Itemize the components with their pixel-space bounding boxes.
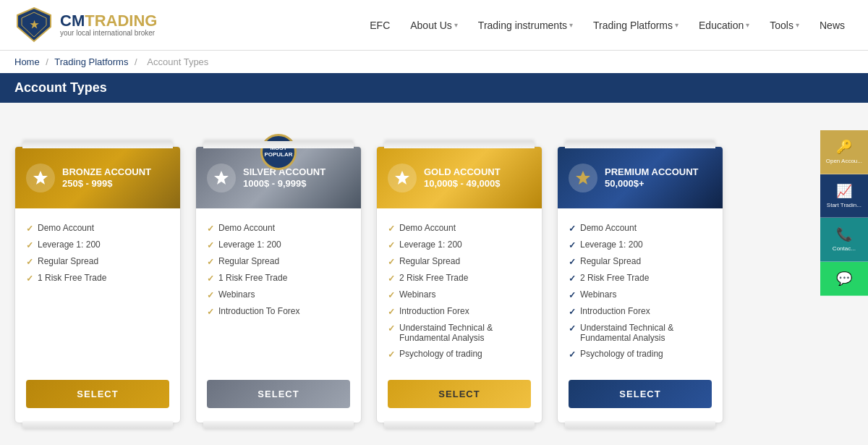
gold-feature-5: ✓ Webinars (388, 289, 531, 300)
nav-platforms[interactable]: Trading Platforms▾ (584, 14, 687, 37)
gold-header-text: GOLD ACCOUNT 10,000$ - 49,000$ (424, 166, 531, 189)
gold-card: GOLD ACCOUNT 10,000$ - 49,000$ ✓ Demo Ac… (376, 146, 542, 423)
site-header: ★ CMTRADING your local international bro… (0, 0, 868, 51)
premium-feature-6: ✓ Introduction Forex (569, 306, 712, 317)
nav-instruments[interactable]: Trading instruments▾ (469, 14, 582, 37)
premium-icon (569, 164, 597, 192)
gold-icon (388, 164, 417, 192)
silver-select-button[interactable]: SELECT (207, 380, 350, 408)
svg-marker-4 (214, 171, 229, 185)
gold-feature-4: ✓ 2 Risk Free Trade (388, 273, 531, 284)
silver-feature-3: ✓ Regular Spread (207, 256, 350, 267)
card-scroll-bottom-gold (384, 421, 535, 428)
breadcrumb-current: Account Types (147, 56, 208, 67)
bronze-card: BRONZE ACCOUNT 250$ - 999$ ✓ Demo Accoun… (14, 146, 181, 423)
card-scroll-top-bronze (22, 141, 173, 148)
bronze-feature-4: ✓ 1 Risk Free Trade (26, 273, 169, 284)
bronze-feature-2: ✓ Leverage 1: 200 (26, 240, 169, 250)
nav-education[interactable]: Education▾ (690, 14, 758, 37)
most-popular-badge: MOSTPOPULAR (260, 134, 297, 170)
sidebar-actions: 🔑 Open Accou... 📈 Start Tradin... 📞 Cont… (820, 130, 868, 296)
silver-features: ✓ Demo Account ✓ Leverage 1: 200 ✓ Regul… (196, 208, 361, 380)
silver-header-text: SILVER ACCOUNT 1000$ - 9,999$ (243, 166, 350, 189)
gold-features: ✓ Demo Account ✓ Leverage 1: 200 ✓ Regul… (377, 208, 542, 380)
nav-tools[interactable]: Tools▾ (761, 14, 808, 37)
card-scroll-bottom-bronze (22, 421, 173, 428)
premium-card-header: PREMIUM ACCOUNT 50,000$+ (558, 147, 723, 208)
premium-feature-2: ✓ Leverage 1: 200 (569, 240, 712, 250)
premium-feature-1: ✓ Demo Account (569, 223, 712, 234)
silver-icon (207, 164, 236, 192)
premium-feature-4: ✓ 2 Risk Free Trade (569, 273, 712, 284)
chart-icon: 📈 (836, 183, 852, 199)
premium-select-button[interactable]: SELECT (569, 380, 712, 408)
bronze-feature-3: ✓ Regular Spread (26, 256, 169, 267)
bronze-features: ✓ Demo Account ✓ Leverage 1: 200 ✓ Regul… (15, 208, 180, 380)
logo-icon: ★ (14, 5, 54, 45)
bronze-icon (26, 164, 55, 192)
gold-feature-1: ✓ Demo Account (388, 223, 531, 234)
silver-feature-1: ✓ Demo Account (207, 223, 350, 234)
silver-feature-6: ✓ Introduction To Forex (207, 306, 350, 317)
whatsapp-button[interactable]: 💬 (820, 262, 868, 296)
gold-feature-6: ✓ Introduction Forex (388, 306, 531, 317)
premium-feature-3: ✓ Regular Spread (569, 256, 712, 267)
svg-marker-5 (395, 171, 409, 185)
premium-feature-5: ✓ Webinars (569, 289, 712, 300)
gold-feature-3: ✓ Regular Spread (388, 256, 531, 267)
premium-card: PREMIUM ACCOUNT 50,000$+ ✓ Demo Account … (557, 146, 723, 423)
open-account-button[interactable]: 🔑 Open Accou... (820, 130, 868, 174)
svg-marker-6 (576, 171, 590, 185)
whatsapp-icon: 💬 (836, 271, 852, 287)
nav-about[interactable]: About Us▾ (401, 14, 467, 37)
premium-header-text: PREMIUM ACCOUNT 50,000$+ (605, 166, 712, 189)
key-icon: 🔑 (836, 139, 852, 155)
silver-card: MOSTPOPULAR SILVER ACCOUNT 1000$ - 9,999… (195, 146, 362, 423)
bronze-header-text: BRONZE ACCOUNT 250$ - 999$ (62, 166, 169, 189)
silver-feature-4: ✓ 1 Risk Free Trade (207, 273, 350, 284)
phone-icon: 📞 (836, 226, 852, 242)
nav-news[interactable]: News (811, 14, 854, 37)
silver-feature-5: ✓ Webinars (207, 289, 350, 300)
premium-feature-8: ✓ Psychology of trading (569, 349, 712, 360)
contact-button[interactable]: 📞 Contac... (820, 218, 868, 262)
gold-feature-2: ✓ Leverage 1: 200 (388, 240, 531, 250)
bronze-feature-1: ✓ Demo Account (26, 223, 169, 234)
page-title: Account Types (14, 80, 107, 95)
page-title-bar: Account Types (0, 73, 868, 103)
start-trading-button[interactable]: 📈 Start Tradin... (820, 174, 868, 219)
svg-text:★: ★ (30, 19, 39, 30)
bronze-select-button[interactable]: SELECT (26, 380, 169, 408)
breadcrumb-platforms[interactable]: Trading Platforms (54, 56, 128, 67)
card-scroll-top-silver (203, 141, 354, 148)
card-scroll-bottom-premium (565, 421, 715, 428)
bronze-card-header: BRONZE ACCOUNT 250$ - 999$ (15, 147, 180, 208)
gold-select-button[interactable]: SELECT (388, 380, 531, 408)
premium-features: ✓ Demo Account ✓ Leverage 1: 200 ✓ Regul… (558, 208, 723, 380)
silver-feature-2: ✓ Leverage 1: 200 (207, 240, 350, 250)
gold-card-header: GOLD ACCOUNT 10,000$ - 49,000$ (377, 147, 542, 208)
premium-feature-7: ✓ Understaind Technical & Fundamental An… (569, 323, 712, 343)
breadcrumb-home[interactable]: Home (14, 56, 40, 67)
card-scroll-top-gold (384, 141, 535, 148)
breadcrumb: Home / Trading Platforms / Account Types (0, 51, 868, 73)
gold-feature-7: ✓ Understaind Technical & Fundamental An… (388, 323, 531, 343)
nav-efc[interactable]: EFC (361, 14, 399, 37)
svg-marker-3 (33, 171, 48, 185)
card-scroll-bottom-silver (203, 421, 354, 428)
card-scroll-top-premium (565, 141, 715, 148)
logo[interactable]: ★ CMTRADING your local international bro… (14, 5, 157, 45)
main-nav: EFC About Us▾ Trading instruments▾ Tradi… (361, 14, 854, 37)
main-content: BRONZE ACCOUNT 250$ - 999$ ✓ Demo Accoun… (0, 103, 868, 445)
gold-feature-8: ✓ Psychology of trading (388, 349, 531, 360)
